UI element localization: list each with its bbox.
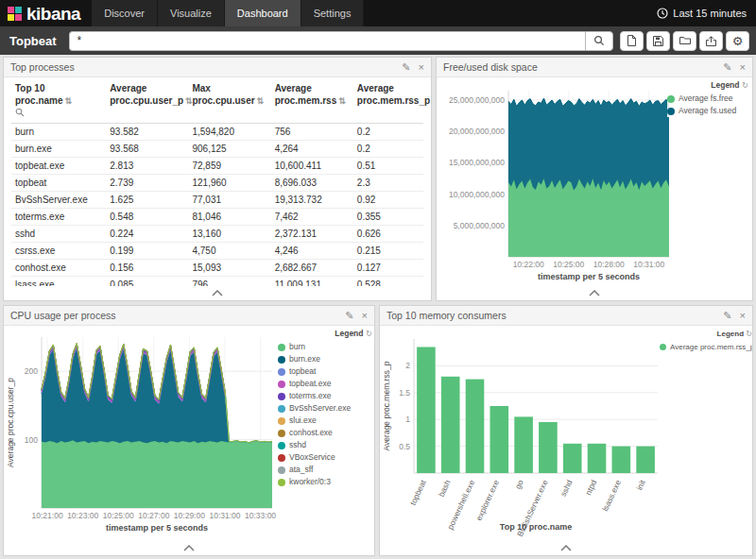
nav-item-visualize[interactable]: Visualize	[158, 0, 225, 26]
close-panel-icon[interactable]: ×	[419, 62, 424, 73]
legend-item[interactable]: VBoxService	[278, 451, 372, 464]
svg-text:15,000,000,000: 15,000,000,000	[449, 158, 505, 167]
search-button[interactable]	[585, 31, 613, 51]
table-cell: 1.625	[106, 191, 188, 208]
legend-label: slui.exe	[289, 415, 317, 427]
legend-color-dot	[667, 108, 675, 115]
svg-text:ntpd: ntpd	[583, 478, 598, 496]
edit-panel-icon[interactable]: ✎	[402, 62, 410, 73]
table-row: topbeat2.739121,9608,696.0332.3	[11, 174, 423, 191]
table-cell: 796	[188, 276, 270, 286]
nav-item-discover[interactable]: Discover	[92, 0, 158, 26]
options-button[interactable]: ⚙	[726, 31, 749, 51]
collapse-chevron[interactable]	[211, 290, 224, 296]
panel-header: CPU usage per process ✎ ×	[4, 306, 374, 326]
svg-text:10:23:00: 10:23:00	[67, 511, 98, 520]
collapse-chevron[interactable]	[588, 290, 601, 296]
svg-text:0.5: 0.5	[399, 442, 410, 451]
legend-toggle-icon[interactable]: ↻	[744, 330, 752, 338]
table-cell: 77,031	[188, 191, 270, 208]
svg-text:100: 100	[25, 435, 38, 445]
legend-item[interactable]: burn.exe	[278, 353, 372, 365]
sort-icon[interactable]: ⇅	[257, 96, 265, 106]
table-cell: 8,696.033	[271, 174, 353, 191]
legend-label: burn	[289, 341, 305, 353]
legend-item[interactable]: Average proc.mem.rss_p	[660, 341, 752, 353]
share-button[interactable]	[699, 31, 723, 51]
svg-text:10:22:00: 10:22:00	[513, 260, 544, 269]
legend-item[interactable]: sshd	[278, 439, 372, 451]
legend-item[interactable]: topbeat.exe	[278, 378, 372, 390]
table-cell: 2.3	[353, 174, 423, 191]
svg-text:10:27:00: 10:27:00	[138, 511, 169, 520]
edit-panel-icon[interactable]: ✎	[723, 62, 731, 73]
close-panel-icon[interactable]: ×	[362, 311, 368, 321]
table-cell: 4,264	[271, 140, 353, 157]
svg-text:10:21:00: 10:21:00	[32, 511, 63, 520]
table-cell: 19,313.732	[271, 191, 353, 208]
table-cell: 2,682.667	[271, 259, 353, 276]
table-column-header[interactable]: Average proc.mem.rss_p⇅	[353, 80, 423, 123]
legend-color-dot	[278, 381, 285, 388]
table-row: sshd0.22413,1602,372.1310.626	[11, 225, 423, 242]
time-picker[interactable]: Last 15 minutes	[657, 8, 756, 19]
legend-item[interactable]: slui.exe	[278, 415, 372, 427]
legend-label: topbeat	[289, 365, 316, 378]
table-column-header[interactable]: Top 10 proc.name⇅	[11, 80, 106, 123]
legend-item[interactable]: kworker/0:3	[278, 476, 372, 488]
svg-text:1: 1	[405, 415, 410, 424]
table-cell: 2.813	[106, 157, 188, 174]
new-dashboard-button[interactable]	[620, 31, 644, 51]
top-processes-table: Top 10 proc.name⇅Average proc.cpu.user_p…	[11, 80, 423, 286]
svg-text:10:25:00: 10:25:00	[103, 511, 134, 520]
table-cell: 0.51	[353, 157, 423, 174]
collapse-chevron[interactable]	[559, 545, 573, 551]
sort-icon[interactable]: ⇅	[65, 96, 73, 106]
legend-color-dot	[660, 344, 666, 350]
table-cell: BvSshServer.exe	[11, 191, 106, 208]
legend-item[interactable]: conhost.exe	[278, 427, 372, 439]
legend-toggle-icon[interactable]: ↻	[740, 80, 748, 90]
legend-color-dot	[278, 479, 285, 486]
table-cell: 2.739	[106, 174, 188, 191]
table-column-header[interactable]: Average proc.cpu.user_p⇅	[106, 80, 188, 123]
query-input[interactable]	[69, 31, 585, 51]
table-column-header[interactable]: Average proc.mem.rss⇅	[271, 80, 353, 123]
table-column-header[interactable]: Max proc.cpu.user⇅	[188, 80, 270, 123]
legend-item[interactable]: burn	[278, 341, 372, 353]
close-panel-icon[interactable]: ×	[740, 62, 746, 73]
panel-title: Free/used disk space	[443, 61, 538, 73]
table-cell: 0.215	[353, 242, 423, 259]
svg-text:go: go	[513, 478, 525, 490]
legend-item[interactable]: Average fs.free	[667, 93, 748, 105]
legend-toggle-icon[interactable]: ↻	[364, 329, 372, 338]
svg-text:20,000,000,000: 20,000,000,000	[449, 127, 505, 136]
table-row: toterms.exe0.54881,0467,4620.355	[11, 208, 423, 225]
svg-text:200: 200	[25, 366, 38, 376]
table-cell: 0.548	[106, 208, 188, 225]
legend-item[interactable]: topbeat	[278, 365, 372, 378]
table-cell: 93.568	[106, 140, 188, 157]
load-dashboard-button[interactable]	[673, 31, 696, 51]
svg-text:10:33:00: 10:33:00	[245, 511, 276, 520]
kibana-logo[interactable]: kibana	[0, 5, 92, 23]
nav-item-dashboard[interactable]: Dashboard	[225, 0, 301, 26]
close-panel-icon[interactable]: ×	[740, 311, 746, 321]
filter-magnifier-icon[interactable]	[15, 108, 25, 117]
table-row: topbeat.exe2.81372,85910,600.4110.51	[11, 157, 423, 174]
edit-panel-icon[interactable]: ✎	[345, 311, 353, 321]
svg-text:10:29:00: 10:29:00	[174, 511, 205, 520]
table-cell: 0.2	[353, 140, 423, 157]
legend-item[interactable]: ata_sff	[278, 464, 372, 476]
legend-item[interactable]: Average fs.used	[667, 105, 748, 117]
nav-item-settings[interactable]: Settings	[301, 0, 365, 26]
edit-panel-icon[interactable]: ✎	[723, 311, 731, 321]
legend-label: ata_sff	[289, 464, 313, 476]
legend-label: BvSshServer.exe	[289, 402, 351, 415]
legend-item[interactable]: toterms.exe	[278, 390, 372, 402]
sort-icon[interactable]: ⇅	[338, 96, 346, 106]
collapse-chevron[interactable]	[182, 545, 196, 551]
legend-item[interactable]: BvSshServer.exe	[278, 402, 372, 415]
save-dashboard-button[interactable]	[646, 31, 670, 51]
cpu-legend: Legend ↻burnburn.exetopbeattopbeat.exeto…	[278, 328, 372, 488]
